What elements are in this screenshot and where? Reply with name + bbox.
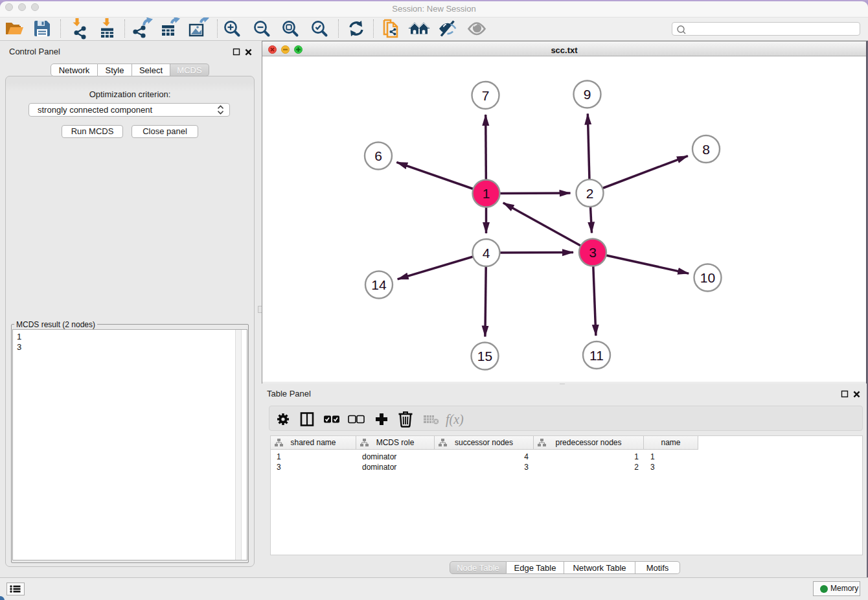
svg-text:7: 7 <box>482 88 490 103</box>
svg-text:11: 11 <box>589 348 604 363</box>
svg-text:1: 1 <box>483 186 490 201</box>
svg-text:14: 14 <box>371 277 387 292</box>
svg-text:9: 9 <box>584 87 591 102</box>
svg-text:2: 2 <box>586 186 594 201</box>
svg-text:10: 10 <box>700 270 715 285</box>
svg-text:f(x): f(x) <box>446 412 464 427</box>
svg-text:8: 8 <box>702 142 710 157</box>
svg-text:3: 3 <box>589 245 597 260</box>
svg-text:4: 4 <box>483 246 490 260</box>
svg-text:15: 15 <box>477 349 492 363</box>
svg-text:6: 6 <box>374 148 382 163</box>
